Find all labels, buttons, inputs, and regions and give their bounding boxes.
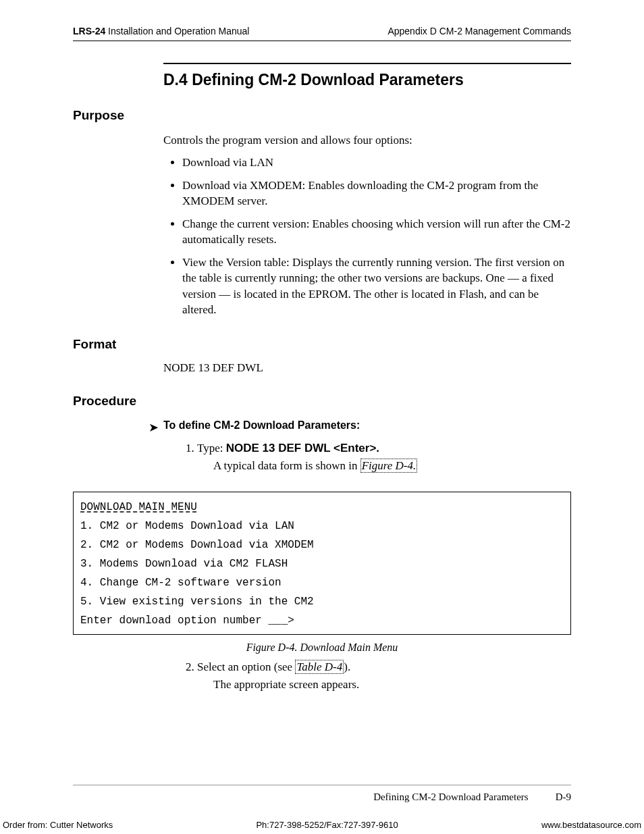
footer-rule xyxy=(73,785,571,785)
footer-running-head: Defining CM-2 Download Parameters xyxy=(373,791,529,803)
page-footer: Defining CM-2 Download Parameters D-9 xyxy=(0,791,644,803)
footer-site: www.bestdatasource.com xyxy=(541,820,641,830)
table-ref-link[interactable]: Table D-4 xyxy=(295,660,344,674)
procedure-lead: To define CM-2 Download Parameters: xyxy=(163,419,360,436)
section-rule xyxy=(163,63,571,64)
step1-command: NODE 13 DEF DWL <Enter>. xyxy=(226,442,379,454)
terminal-line: 2. CM2 or Modems Download via XMODEM xyxy=(80,539,314,551)
procedure-steps-cont: Select an option (see Table D-4). The ap… xyxy=(181,660,571,692)
doc-code: LRS-24 xyxy=(73,26,105,36)
terminal-line: 1. CM2 or Modems Download via LAN xyxy=(80,520,294,532)
format-heading: Format xyxy=(73,337,571,352)
terminal-line: 4. Change CM-2 software version xyxy=(80,577,281,589)
terminal-line: 5. View existing versions in the CM2 xyxy=(80,596,314,608)
header-left: LRS-24 Installation and Operation Manual xyxy=(73,26,249,36)
list-item: Change the current version: Enables choo… xyxy=(182,216,571,248)
footer-order: Order from: Cutter Networks xyxy=(3,820,113,830)
step1-sub-text: A typical data form is shown in xyxy=(213,459,360,472)
step-2: Select an option (see Table D-4). The ap… xyxy=(197,660,571,692)
list-item: Download via XMODEM: Enables downloading… xyxy=(182,178,571,209)
purpose-heading: Purpose xyxy=(73,108,571,123)
list-item: View the Version table: Displays the cur… xyxy=(182,255,571,318)
step-1: Type: NODE 13 DEF DWL <Enter>. A typical… xyxy=(197,442,571,473)
figure-caption: Figure D-4. Download Main Menu xyxy=(73,642,571,654)
step2-sub: The appropriate screen appears. xyxy=(213,678,571,692)
terminal-line: Enter download option number ___> xyxy=(80,615,294,627)
step2-text-b: ). xyxy=(344,660,350,673)
terminal-line: 3. Modems Download via CM2 FLASH xyxy=(80,558,288,570)
terminal-title: DOWNLOAD MAIN MENU xyxy=(80,501,197,513)
step1-sub: A typical data form is shown in Figure D… xyxy=(213,459,571,473)
company-footer: Order from: Cutter Networks Ph:727-398-5… xyxy=(0,820,644,830)
step1-prefix: Type: xyxy=(197,442,226,454)
header-right: Appendix D CM-2 Management Commands xyxy=(387,26,571,36)
procedure-lead-row: ➤ To define CM-2 Download Parameters: xyxy=(149,419,571,436)
terminal-output: DOWNLOAD MAIN MENU 1. CM2 or Modems Down… xyxy=(73,492,571,635)
purpose-body: Controls the program version and allows … xyxy=(163,132,571,318)
procedure-steps: Type: NODE 13 DEF DWL <Enter>. A typical… xyxy=(181,442,571,473)
footer-page-number: D-9 xyxy=(556,791,571,803)
section-number: D.4 xyxy=(163,71,188,88)
step2-text-a: Select an option (see xyxy=(197,660,295,673)
page-header: LRS-24 Installation and Operation Manual… xyxy=(73,26,571,41)
list-item: Download via LAN xyxy=(182,155,571,170)
section-title: D.4 Defining CM-2 Download Parameters xyxy=(163,71,571,89)
footer-phone: Ph:727-398-5252/Fax:727-397-9610 xyxy=(256,820,398,830)
purpose-list: Download via LAN Download via XMODEM: En… xyxy=(163,155,571,317)
doc-title: Installation and Operation Manual xyxy=(105,26,249,36)
procedure-heading: Procedure xyxy=(73,394,571,409)
figure-ref-link[interactable]: Figure D-4. xyxy=(360,459,418,473)
format-line: NODE 13 DEF DWL xyxy=(163,361,571,375)
arrow-icon: ➤ xyxy=(149,419,163,436)
section-name: Defining CM-2 Download Parameters xyxy=(192,71,464,88)
purpose-intro: Controls the program version and allows … xyxy=(163,132,571,148)
